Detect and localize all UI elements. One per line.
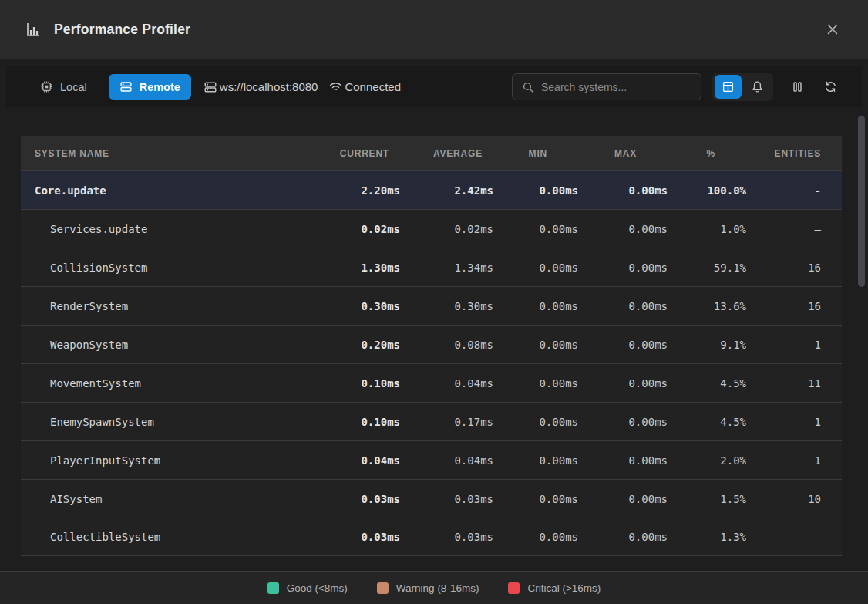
min-cell: 0.00ms (493, 262, 578, 274)
current-cell: 1.30ms (308, 262, 400, 274)
average-cell: 0.04ms (400, 454, 493, 467)
search-box (512, 73, 701, 100)
column-header-current[interactable]: CURRENT (308, 148, 400, 159)
min-cell: 0.00ms (493, 454, 578, 467)
pause-button[interactable] (784, 74, 810, 100)
current-cell: 2.20ms (308, 184, 400, 197)
remote-button[interactable]: Remote (109, 74, 191, 100)
table-view-button[interactable] (715, 75, 742, 99)
min-cell: 0.00ms (493, 416, 578, 428)
bell-icon (751, 80, 764, 93)
ws-url-group: ws://localhost:8080 (204, 80, 318, 94)
percent-cell: 59.1% (668, 262, 746, 274)
table-row[interactable]: WeaponSystem 0.20ms 0.08ms 0.00ms 0.00ms… (21, 325, 842, 363)
close-icon[interactable] (822, 19, 843, 40)
column-header-entities[interactable]: ENTITIES (746, 148, 821, 159)
table-row[interactable]: PlayerInputSystem 0.04ms 0.04ms 0.00ms 0… (21, 440, 842, 479)
legend-item: Good (<8ms) (267, 582, 348, 594)
table-row[interactable]: MovementSystem 0.10ms 0.04ms 0.00ms 0.00… (21, 363, 842, 402)
average-cell: 0.17ms (400, 416, 493, 428)
entities-cell: 1 (746, 339, 821, 351)
system-name-cell: Services.update (21, 223, 308, 235)
pause-icon (791, 80, 804, 93)
column-header-average[interactable]: AVERAGE (400, 148, 493, 159)
entities-cell: 16 (746, 262, 821, 274)
refresh-icon (824, 80, 837, 93)
system-name-cell: CollisionSystem (21, 262, 308, 274)
refresh-button[interactable] (817, 74, 843, 100)
average-cell: 0.02ms (400, 223, 493, 235)
average-cell: 0.04ms (400, 377, 493, 390)
entities-cell: – (746, 223, 821, 235)
alerts-button[interactable] (744, 75, 771, 99)
legend-label: Warning (8-16ms) (396, 582, 479, 594)
system-name-cell: EnemySpawnSystem (21, 416, 308, 428)
percent-cell: 4.5% (668, 416, 746, 428)
average-cell: 0.03ms (400, 531, 493, 543)
table-row[interactable]: CollisionSystem 1.30ms 1.34ms 0.00ms 0.0… (21, 248, 842, 286)
system-name-cell: Core.update (21, 184, 308, 197)
table-row[interactable]: EnemySpawnSystem 0.10ms 0.17ms 0.00ms 0.… (21, 402, 842, 440)
remote-button-label: Remote (140, 81, 180, 93)
table-row[interactable]: AISystem 0.03ms 0.03ms 0.00ms 0.00ms 1.5… (21, 479, 842, 518)
max-cell: 0.00ms (578, 300, 668, 312)
table-header-row: SYSTEM NAME CURRENT AVERAGE MIN MAX % EN… (21, 136, 842, 170)
cpu-chip-icon (40, 80, 53, 93)
current-cell: 0.03ms (308, 531, 400, 543)
systems-table: SYSTEM NAME CURRENT AVERAGE MIN MAX % EN… (21, 136, 842, 556)
average-cell: 2.42ms (400, 184, 493, 197)
legend-label: Critical (>16ms) (527, 582, 601, 594)
max-cell: 0.00ms (578, 416, 668, 428)
min-cell: 0.00ms (493, 223, 578, 235)
local-button-label: Local (60, 81, 87, 93)
entities-cell: 1 (746, 416, 821, 428)
table-row[interactable]: RenderSystem 0.30ms 0.30ms 0.00ms 0.00ms… (21, 286, 842, 325)
server-icon (119, 80, 133, 93)
max-cell: 0.00ms (578, 493, 668, 505)
status-legend: Good (<8ms) Warning (8-16ms) Critical (>… (0, 571, 868, 604)
window-header: Performance Profiler (0, 0, 868, 59)
view-toggle-group (712, 73, 773, 101)
current-cell: 0.20ms (308, 339, 400, 351)
bar-chart-icon (25, 21, 42, 38)
average-cell: 0.03ms (400, 493, 493, 505)
legend-item: Warning (8-16ms) (377, 582, 479, 594)
column-header-min[interactable]: MIN (493, 148, 578, 159)
current-cell: 0.10ms (308, 377, 400, 390)
system-name-cell: AISystem (21, 493, 308, 505)
table-row[interactable]: Services.update 0.02ms 0.02ms 0.00ms 0.0… (21, 209, 842, 248)
current-cell: 0.04ms (308, 454, 400, 467)
max-cell: 0.00ms (578, 223, 668, 235)
column-header-percent[interactable]: % (668, 148, 746, 159)
warning-status-swatch (377, 582, 389, 594)
local-button[interactable]: Local (29, 74, 98, 100)
scrollbar-thumb[interactable] (858, 116, 865, 287)
current-cell: 0.03ms (308, 493, 400, 505)
average-cell: 1.34ms (400, 262, 493, 274)
wifi-icon (328, 79, 343, 94)
average-cell: 0.30ms (400, 300, 493, 312)
search-input[interactable] (541, 81, 691, 93)
column-header-system-name[interactable]: SYSTEM NAME (21, 148, 308, 159)
table-row[interactable]: Core.update 2.20ms 2.42ms 0.00ms 0.00ms … (21, 170, 842, 209)
column-header-max[interactable]: MAX (578, 148, 668, 159)
max-cell: 0.00ms (578, 262, 668, 274)
percent-cell: 13.6% (668, 300, 746, 312)
max-cell: 0.00ms (578, 339, 668, 351)
table-row[interactable]: CollectibleSystem 0.03ms 0.03ms 0.00ms 0… (21, 518, 842, 556)
max-cell: 0.00ms (578, 184, 668, 197)
connection-status-label: Connected (345, 80, 401, 93)
average-cell: 0.08ms (400, 339, 493, 351)
percent-cell: 1.3% (668, 531, 746, 543)
percent-cell: 1.5% (668, 493, 746, 505)
entities-cell: 1 (746, 454, 821, 467)
page-title: Performance Profiler (54, 22, 190, 38)
legend-item: Critical (>16ms) (508, 582, 601, 594)
entities-cell: 11 (746, 377, 821, 390)
critical-status-swatch (508, 582, 520, 594)
current-cell: 0.30ms (308, 300, 400, 312)
system-name-cell: PlayerInputSystem (21, 454, 308, 467)
percent-cell: 2.0% (668, 454, 746, 467)
percent-cell: 4.5% (668, 377, 746, 390)
min-cell: 0.00ms (493, 493, 578, 505)
